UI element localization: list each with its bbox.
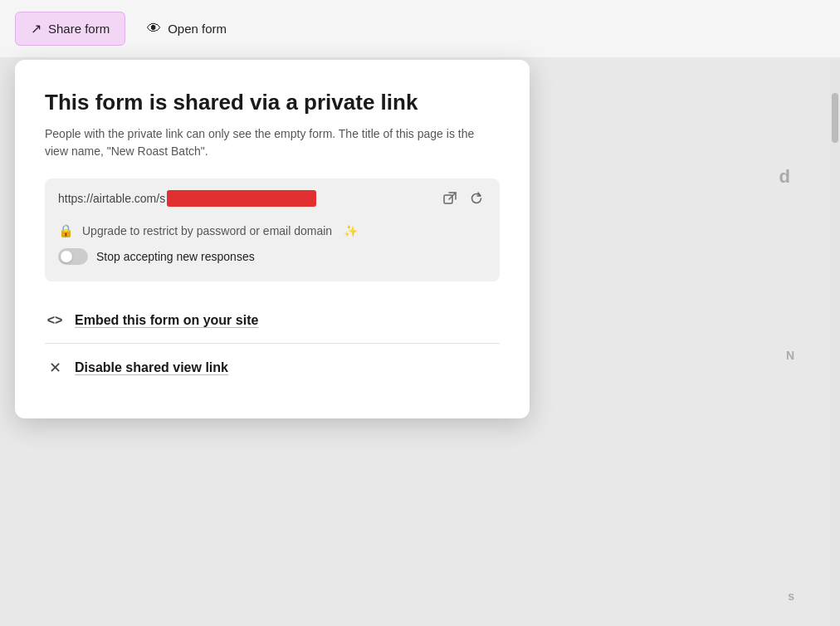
stop-responses-toggle[interactable] — [58, 248, 88, 265]
url-display: https://airtable.com/s — [58, 190, 432, 207]
panel-title: This form is shared via a private link — [45, 90, 500, 115]
bg-text-d: d — [779, 166, 790, 188]
eye-icon: 👁 — [147, 21, 161, 37]
embed-icon: <> — [45, 313, 65, 328]
url-row: https://airtable.com/s — [58, 190, 486, 207]
disable-link-row[interactable]: ✕ Disable shared view link — [45, 344, 500, 392]
toolbar: ↗︎ Share form 👁 Open form — [0, 0, 840, 57]
url-actions — [440, 190, 486, 207]
refresh-url-button[interactable] — [466, 190, 486, 207]
stop-responses-row: Stop accepting new responses — [58, 243, 486, 270]
embed-label: Embed this form on your site — [75, 313, 258, 328]
url-prefix: https://airtable.com/s — [58, 192, 165, 205]
scrollbar[interactable] — [830, 60, 840, 626]
share-icon: ↗︎ — [31, 21, 42, 37]
embed-form-row[interactable]: <> Embed this form on your site — [45, 298, 500, 344]
upgrade-label: Upgrade to restrict by password or email… — [82, 224, 332, 237]
url-redacted-portion — [167, 190, 316, 207]
stop-responses-label: Stop accepting new responses — [96, 250, 255, 263]
open-form-label: Open form — [168, 22, 227, 36]
share-form-label: Share form — [48, 22, 110, 36]
url-box: https://airtable.com/s — [45, 179, 500, 281]
disable-label: Disable shared view link — [75, 360, 228, 375]
share-form-panel: This form is shared via a private link P… — [15, 60, 530, 418]
scrollbar-thumb[interactable] — [832, 93, 838, 143]
upgrade-option-row: 🔒 Upgrade to restrict by password or ema… — [58, 218, 486, 243]
share-form-button[interactable]: ↗︎ Share form — [15, 12, 125, 46]
close-icon: ✕ — [45, 359, 65, 377]
bg-text-n: N — [786, 349, 794, 362]
lock-icon: 🔒 — [58, 223, 74, 238]
open-form-button[interactable]: 👁 Open form — [132, 12, 242, 46]
open-url-button[interactable] — [440, 190, 460, 207]
sparkle-icon: ✨ — [344, 224, 358, 237]
panel-subtitle: People with the private link can only se… — [45, 125, 500, 160]
bottom-links: <> Embed this form on your site ✕ Disabl… — [45, 298, 500, 392]
bg-text-s: s — [788, 589, 794, 603]
